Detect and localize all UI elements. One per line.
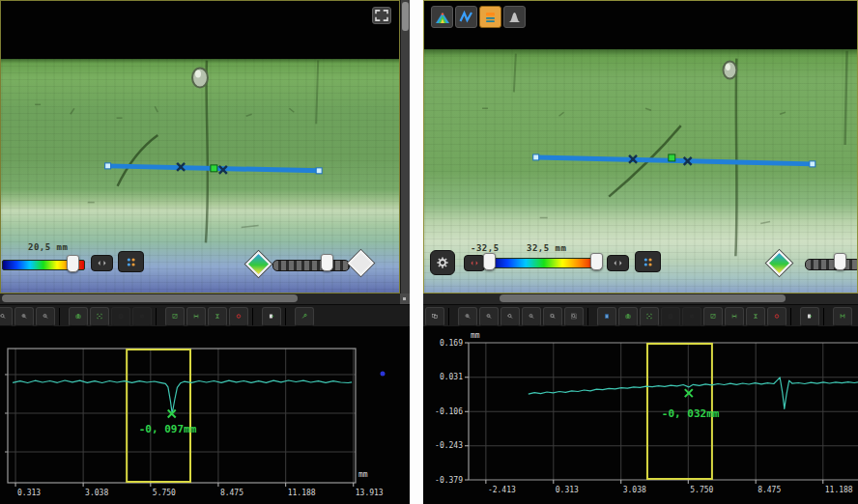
left-horizontal-scrollbar[interactable] (0, 294, 400, 304)
disabled-b-icon (139, 309, 145, 323)
threshold-slider[interactable] (272, 260, 350, 271)
threshold-slider[interactable] (805, 259, 858, 270)
toolbar-separator (252, 308, 258, 325)
measure-width-button[interactable] (725, 307, 744, 326)
measure-center-marker[interactable] (211, 165, 217, 172)
color-scale-handle-max[interactable] (590, 253, 603, 270)
measure-handle-right[interactable] (810, 161, 815, 167)
red-swap-arrows-icon (471, 259, 478, 267)
left-vertical-scroll-thumb[interactable] (402, 2, 409, 31)
measure-line[interactable] (105, 163, 323, 174)
view-mode-layers-button[interactable] (479, 6, 501, 28)
measure-height-button[interactable] (208, 307, 227, 326)
measure-handle-left[interactable] (533, 154, 539, 160)
left-profile-chart[interactable]: -0, 097mm0.3133.0385.7508.47511.18813.91… (0, 326, 410, 504)
gear-icon (437, 255, 448, 270)
zoom-out-button[interactable] (479, 307, 499, 326)
display-settings-button[interactable] (430, 250, 455, 275)
threshold-slider-handle[interactable] (834, 253, 846, 270)
left-toolbar (0, 304, 410, 327)
frame-icon (646, 309, 652, 323)
measure-m-button[interactable] (833, 307, 852, 326)
height-scale-max-label: 32,5 mm (527, 243, 566, 253)
zoom-pan-icon (507, 309, 513, 323)
capture-icon (625, 309, 631, 323)
zoom-actual-button[interactable] (522, 307, 541, 326)
left-vertical-scrollbar[interactable] (400, 0, 410, 294)
disabled-b-button[interactable] (132, 307, 152, 326)
measure-height-icon (753, 309, 758, 323)
x-tick-label: 3.038 (623, 486, 646, 494)
export-button[interactable] (262, 307, 281, 326)
zoom-out-button[interactable] (36, 307, 55, 326)
capture-button[interactable] (618, 307, 638, 326)
measure-line[interactable] (533, 154, 815, 167)
scratch-curve (118, 135, 158, 186)
range-swap-button[interactable] (607, 255, 629, 271)
measure-height-button[interactable] (746, 307, 765, 326)
swap-arrows-icon (98, 259, 106, 267)
measure-width-button[interactable] (186, 307, 206, 326)
tool-button[interactable] (295, 307, 314, 326)
layout-button[interactable] (425, 307, 444, 326)
right-image-viewer[interactable]: -32,5 32,5 mm (423, 0, 858, 294)
measure-grid-button[interactable] (703, 307, 723, 326)
threshold-slider-handle[interactable] (321, 254, 333, 271)
x-tick-label: 8.475 (758, 486, 781, 494)
range-reset-button[interactable] (464, 255, 485, 271)
layers-icon (483, 11, 498, 24)
zoom-select-button[interactable] (543, 307, 562, 326)
frame-button[interactable] (90, 307, 109, 326)
scratch-vertical (735, 59, 736, 257)
plot-border (8, 349, 356, 483)
measure-value-label: -0, 032mm (662, 407, 720, 420)
measure-center-marker[interactable] (669, 154, 675, 161)
view-mode-profile-button[interactable] (455, 6, 477, 28)
measure-handle-right[interactable] (316, 168, 322, 174)
record-button[interactable] (229, 307, 248, 326)
view-mode-height-map-button[interactable] (431, 6, 453, 28)
frame-button[interactable] (640, 307, 659, 326)
left-horizontal-scroll-thumb[interactable] (2, 294, 298, 302)
palette-toggle-button[interactable] (635, 251, 661, 272)
left-image-viewer[interactable]: 20,5 mm (0, 0, 400, 294)
left-scrollbar-corner-button[interactable] (400, 294, 410, 304)
info-button[interactable] (597, 307, 616, 326)
palette-toggle-button[interactable] (118, 251, 144, 272)
color-scale-handle-min[interactable] (483, 253, 496, 270)
expand-button[interactable] (372, 7, 391, 24)
x-tick-label: 0.313 (556, 486, 579, 494)
zoom-pan-button[interactable] (0, 307, 13, 326)
measure-handle-left[interactable] (105, 163, 111, 169)
scratch-vertical (206, 61, 208, 243)
zoom-actual-icon (529, 309, 534, 323)
record-button[interactable] (767, 307, 786, 326)
layout-icon (432, 309, 438, 323)
zoom-pan-button[interactable] (500, 307, 520, 326)
zoom-in-button[interactable] (14, 307, 34, 326)
measure-grid-button[interactable] (165, 307, 185, 326)
right-horizontal-scroll-thumb[interactable] (500, 294, 786, 302)
range-swap-button[interactable] (91, 255, 113, 271)
disabled-b-button[interactable] (682, 307, 701, 326)
disabled-a-button[interactable] (111, 307, 130, 326)
export-icon (807, 309, 813, 323)
right-toolbar (423, 304, 858, 327)
selection-region[interactable] (127, 350, 190, 482)
measure-width-icon (193, 309, 199, 323)
disabled-a-button[interactable] (661, 307, 680, 326)
color-scale-bar[interactable] (488, 258, 600, 268)
zoom-fit-button[interactable] (564, 307, 584, 326)
view-mode-peak-button[interactable] (503, 6, 526, 28)
export-button[interactable] (800, 307, 819, 326)
measure-m-icon (840, 309, 845, 323)
right-profile-chart[interactable]: -0, 032mm-2.4130.3133.0385.7508.47511.18… (423, 326, 858, 504)
zoom-in-button[interactable] (458, 307, 477, 326)
scratch-faint (514, 54, 516, 93)
app-window: 20,5 mm -0, 097mm0.3133.038 (0, 0, 858, 504)
right-horizontal-scrollbar[interactable] (423, 294, 858, 304)
peak-shape-icon (507, 11, 522, 23)
disabled-b-icon (689, 309, 695, 323)
capture-button[interactable] (69, 307, 88, 326)
color-scale-handle[interactable] (67, 255, 79, 272)
